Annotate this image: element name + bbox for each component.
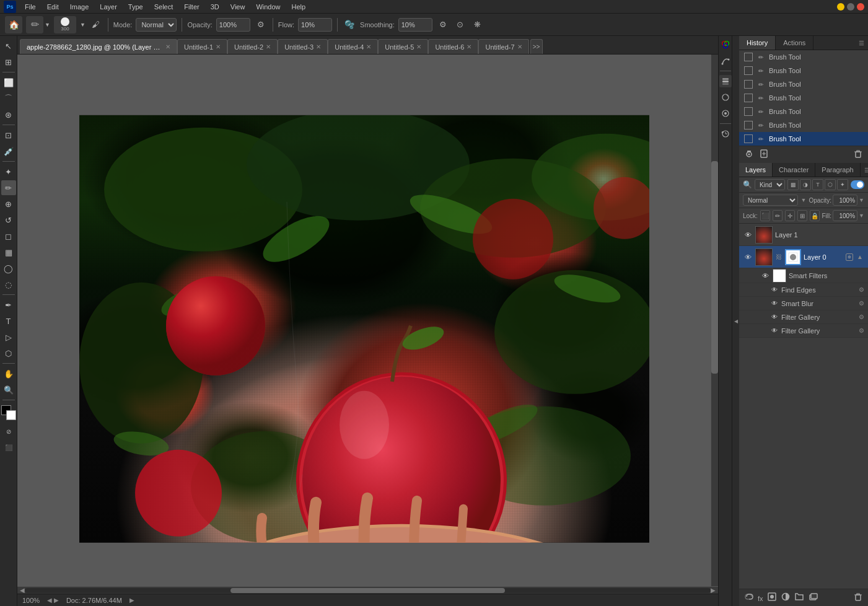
scrollbar-thumb-vertical[interactable] [711,161,718,374]
minimize-button[interactable] [837,3,844,11]
history-state-checkbox[interactable] [744,53,753,61]
canvas-scrollbar-vertical[interactable] [711,55,718,586]
fill-arrow[interactable]: ▼ [859,213,864,219]
history-item[interactable]: ✏ Brush Tool [739,91,868,105]
tab-untitled-7[interactable]: Untitled-7 ✕ [478,39,528,54]
tab-untitled-6[interactable]: Untitled-6 ✕ [428,39,478,54]
brush-pressure-angle[interactable]: ⊙ [454,18,467,32]
character-tab[interactable]: Character [773,163,815,177]
history-state-checkbox[interactable] [744,94,753,102]
sfi-find-edges-settings[interactable]: ⚙ [859,286,864,293]
tab-untitled-1[interactable]: Untitled-1 ✕ [177,39,227,54]
history-state-checkbox[interactable] [744,80,753,89]
tab-main-close[interactable]: ✕ [165,43,170,50]
tab-untitled-4-close[interactable]: ✕ [366,43,371,50]
tool-history-brush[interactable]: ↺ [1,213,16,227]
history-tab[interactable]: History [739,36,776,50]
brush-dropdown-arrow[interactable]: ▼ [45,22,50,28]
tool-move[interactable]: ↖ [1,38,16,53]
tab-untitled-3-close[interactable]: ✕ [316,43,321,50]
menu-select[interactable]: Select [149,2,178,12]
tool-lasso[interactable]: ⌒ [1,91,16,106]
layers-tab[interactable]: Layers [739,163,773,177]
doc-info-arrow[interactable]: ▶ [129,597,134,604]
lock-image-btn[interactable]: ✏ [773,210,783,221]
tool-hand[interactable]: ✋ [1,366,16,381]
zoom-arrow[interactable]: ◀ ▶ [47,597,59,604]
lock-artboard-btn[interactable]: ⊞ [797,210,807,221]
close-button[interactable] [857,3,864,11]
layers-delete-btn[interactable] [853,592,863,604]
history-new-snapshot-btn[interactable] [744,149,754,160]
tool-blur[interactable]: ◯ [1,261,16,276]
smart-filter-find-edges[interactable]: 👁 Find Edges ⚙ [739,283,868,297]
layer-0-link-icon[interactable]: ⛓ [775,253,783,260]
history-state-checkbox[interactable] [744,121,753,130]
sfi-gallery-1-visibility[interactable]: 👁 [770,313,779,322]
panel-collapse-btn[interactable]: ◀ [732,36,739,606]
filter-type-icon[interactable]: T [812,179,823,190]
paths-panel-icon[interactable] [719,55,732,67]
menu-window[interactable]: Window [251,2,285,12]
tab-untitled-1-close[interactable]: ✕ [216,43,221,50]
channels-panel-icon[interactable] [719,38,732,51]
history-state-checkbox[interactable] [744,66,753,75]
layers-menu-button[interactable]: ☰ [861,164,868,176]
screen-mode-btn[interactable]: ⬛ [1,440,16,455]
tab-untitled-5[interactable]: Untitled-5 ✕ [378,39,428,54]
fill-value-input[interactable] [833,210,857,221]
smart-filter-smart-blur[interactable]: 👁 Smart Blur ⚙ [739,297,868,310]
tool-eyedropper[interactable]: 💉 [1,144,16,159]
history-state-checkbox-active[interactable] [744,134,753,143]
tab-untitled-4[interactable]: Untitled-4 ✕ [328,39,378,54]
tab-main-document[interactable]: apple-2788662_1280.jpg @ 100% (Layer 0, … [20,39,177,54]
layers-fx-btn[interactable]: fx [758,593,763,603]
menu-filter[interactable]: Filter [179,2,204,12]
history-new-doc-btn[interactable] [759,149,769,160]
background-color[interactable] [6,410,16,420]
blend-mode-select[interactable]: Normal [136,18,177,32]
layer-1-visibility[interactable]: 👁 [743,230,753,240]
filter-toggle[interactable] [851,180,864,189]
tool-path-select[interactable]: ▷ [1,330,16,345]
adjustments-panel-icon[interactable] [719,91,732,103]
smart-filter-gallery-2[interactable]: 👁 Filter Gallery ⚙ [739,324,868,338]
tool-dodge[interactable]: ◌ [1,277,16,292]
layer-item-0[interactable]: 👁 ⛓ Layer 0 ⊕ ▲ [739,246,868,268]
history-item[interactable]: ✏ Brush Tool [739,64,868,77]
sfi-smart-blur-visibility[interactable]: 👁 [770,299,779,308]
airbrush-toggle[interactable]: 🫧 [343,18,356,32]
scroll-left-arrow[interactable]: ◀ [20,587,25,594]
home-button[interactable]: 🏠 [5,16,22,33]
smoothing-options[interactable]: ⚙ [436,18,450,32]
blend-mode-arrow[interactable]: ▼ [800,197,806,203]
history-state-checkbox[interactable] [744,107,753,116]
layer-0-expand-btn[interactable]: ▲ [856,253,864,260]
brush-tool-icon[interactable]: ✏ [26,16,43,33]
history-item[interactable]: ✏ Brush Tool [739,118,868,132]
smoothing-input[interactable] [398,18,432,32]
scrollbar-track-horizontal[interactable] [25,588,711,593]
layers-filter-select[interactable]: Kind [755,179,785,190]
menu-3d[interactable]: 3D [206,2,224,12]
sfi-gallery-2-settings[interactable]: ⚙ [859,327,864,334]
history-item[interactable]: ✏ Brush Tool [739,105,868,118]
brush-preset-picker[interactable]: 300 [54,16,76,33]
lock-transparent-btn[interactable]: ⬛ [760,210,770,221]
history-item[interactable]: ✏ Brush Tool [739,77,868,91]
history-menu-button[interactable]: ☰ [855,37,868,49]
flow-input[interactable] [298,18,332,32]
symmetry-toggle[interactable]: ❋ [471,18,484,32]
layer-item-1[interactable]: 👁 Layer 1 [739,224,868,246]
quick-mask-btn[interactable]: ⊘ [1,424,16,439]
tab-untitled-3[interactable]: Untitled-3 ✕ [278,39,328,54]
history-item[interactable]: ✏ Brush Tool [739,50,868,64]
tool-crop[interactable]: ⊡ [1,128,16,143]
tool-shape[interactable]: ⬡ [1,346,16,361]
sfi-find-edges-visibility[interactable]: 👁 [770,286,779,294]
layers-group-btn[interactable] [794,592,804,604]
layers-mask-btn[interactable] [767,592,777,604]
opacity-input[interactable] [216,18,250,32]
tab-untitled-5-close[interactable]: ✕ [416,43,421,50]
tool-gradient[interactable]: ▦ [1,245,16,260]
